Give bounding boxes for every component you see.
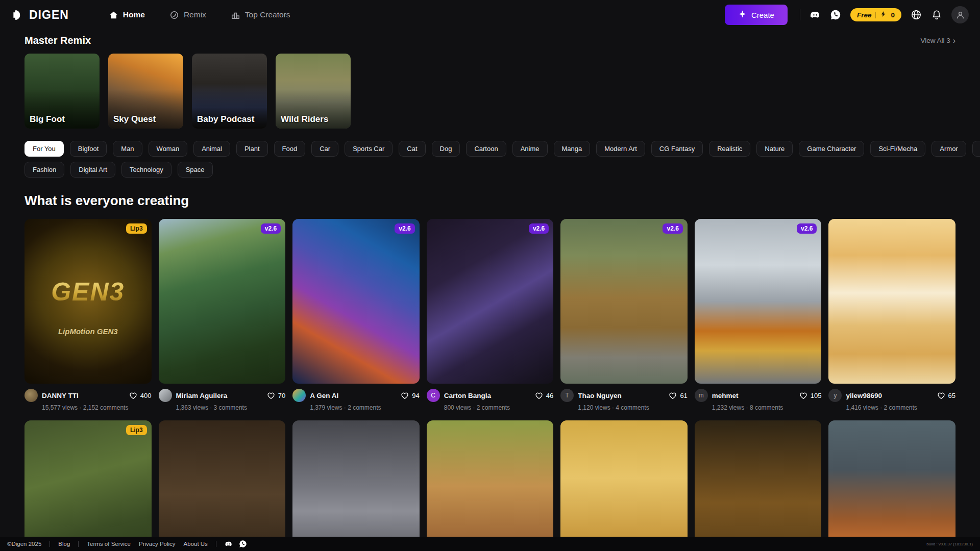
like-button[interactable]: 70 (266, 391, 285, 400)
feed-card-thumbnail[interactable] (560, 420, 688, 551)
filter-chip[interactable]: Bigfoot (70, 141, 107, 157)
view-all-button[interactable]: View All 3 › (920, 37, 955, 45)
feed-card: Lip3 (24, 420, 152, 551)
like-count: 94 (412, 392, 419, 399)
filter-chip[interactable]: Space (178, 162, 213, 178)
creator-avatar[interactable] (292, 389, 306, 402)
filter-chip[interactable]: Realistic (709, 141, 750, 157)
feed-card-thumbnail[interactable]: v2.6 (159, 219, 286, 384)
like-button[interactable]: 105 (799, 391, 822, 400)
filter-chip[interactable]: Technology (121, 162, 172, 178)
nav-item-remix[interactable]: Remix (169, 10, 206, 20)
filter-chip[interactable]: Cat (399, 141, 425, 157)
filter-chip[interactable]: For You (24, 141, 64, 157)
footer-divider (78, 541, 79, 547)
creator-name[interactable]: Miriam Aguilera (176, 392, 262, 399)
filter-chip[interactable]: Anime (512, 141, 548, 157)
feed-card-thumbnail[interactable]: v2.6 (560, 219, 688, 384)
footer-link-blog[interactable]: Blog (58, 541, 70, 547)
plan-label: Free (857, 11, 872, 19)
filter-chip[interactable]: Sports Car (345, 141, 393, 157)
feed-card-thumbnail[interactable]: Lip3GEN3LipMotion GEN3 (24, 219, 152, 384)
user-avatar-button[interactable] (951, 6, 969, 23)
filter-chip[interactable]: Dog (432, 141, 460, 157)
plan-credits-badge[interactable]: Free 0 (850, 8, 901, 21)
feed-card-thumbnail[interactable] (695, 420, 822, 551)
card-meta: TThao Nguyen61 (560, 389, 688, 402)
digen-logo[interactable]: DIGEN (11, 8, 69, 22)
creator-name[interactable]: Carton Bangla (444, 392, 530, 399)
filter-chip[interactable]: Digital Art (70, 162, 115, 178)
filter-chip[interactable]: Nature (756, 141, 793, 157)
creator-avatar[interactable]: y (828, 389, 842, 402)
like-button[interactable]: 65 (937, 391, 955, 400)
notifications-button[interactable] (931, 9, 942, 20)
footer-whatsapp-button[interactable] (239, 540, 247, 548)
whatsapp-button[interactable] (830, 9, 841, 20)
filter-chip[interactable]: Plant (236, 141, 268, 157)
nav-item-home[interactable]: Home (109, 10, 145, 20)
create-button[interactable]: Create (725, 5, 788, 25)
feed-card-thumbnail[interactable]: v2.6 (292, 219, 420, 384)
master-remix-title: Master Remix (24, 35, 91, 46)
creator-avatar[interactable]: T (560, 389, 574, 402)
feed-card-thumbnail[interactable] (427, 420, 554, 551)
header-divider (800, 9, 800, 20)
filter-chip[interactable]: Armor (932, 141, 966, 157)
feed-card-thumbnail[interactable]: v2.6 (695, 219, 822, 384)
feed-card-thumbnail[interactable]: v2.6 (427, 219, 554, 384)
master-remix-card[interactable]: Big Foot (24, 54, 100, 129)
filter-chip[interactable]: CG Fantasy (651, 141, 703, 157)
model-version-badge: v2.6 (663, 223, 682, 234)
master-remix-card-title: Big Foot (30, 114, 65, 124)
language-button[interactable] (911, 9, 922, 20)
creator-name[interactable]: DANNY TTI (42, 392, 125, 399)
feed-card-thumbnail[interactable] (828, 420, 955, 551)
filter-chip[interactable]: Car (311, 141, 338, 157)
feed-card-thumbnail[interactable] (159, 420, 286, 551)
like-count: 105 (811, 392, 822, 399)
creator-avatar[interactable] (24, 389, 38, 402)
filter-chip[interactable]: Sci-Fi/Mecha (870, 141, 925, 157)
feed-card-thumbnail[interactable] (828, 219, 955, 384)
filter-chip[interactable]: Manga (554, 141, 591, 157)
like-button[interactable]: 61 (668, 391, 687, 400)
creator-avatar[interactable]: m (695, 389, 708, 402)
heart-icon (799, 391, 808, 400)
footer-link-privacy[interactable]: Privacy Policy (139, 541, 176, 547)
filter-chip[interactable]: Fashion (24, 162, 64, 178)
filter-chip[interactable]: Animal (193, 141, 230, 157)
filter-chip[interactable]: Fantasy (972, 141, 980, 157)
like-button[interactable]: 46 (534, 391, 553, 400)
chevron-right-icon: › (953, 37, 955, 45)
creator-avatar[interactable] (159, 389, 172, 402)
footer-bar: ©Digen 2025 Blog Terms of Service Privac… (0, 537, 980, 551)
creator-avatar[interactable]: C (427, 389, 440, 402)
footer-discord-button[interactable] (225, 540, 233, 548)
filter-chip[interactable]: Game Character (799, 141, 864, 157)
like-button[interactable]: 94 (400, 391, 419, 400)
master-remix-card[interactable]: Wild Riders (276, 54, 351, 129)
footer-link-terms[interactable]: Terms of Service (87, 541, 131, 547)
like-button[interactable]: 400 (129, 391, 152, 400)
footer-divider (216, 541, 216, 547)
nav-item-top-creators[interactable]: Top Creators (231, 10, 290, 20)
master-remix-card[interactable]: Sky Quest (108, 54, 183, 129)
master-remix-card[interactable]: Baby Podcast (192, 54, 267, 129)
discord-button[interactable] (810, 9, 821, 20)
filter-chip[interactable]: Man (113, 141, 142, 157)
creator-name[interactable]: A Gen AI (310, 392, 396, 399)
creator-name[interactable]: yilew98690 (846, 392, 932, 399)
footer-link-about[interactable]: About Us (184, 541, 208, 547)
thumbnail-overlay-text: GEN3LipMotion GEN3 (24, 219, 152, 384)
logo-text: DIGEN (29, 8, 69, 22)
feed-card-thumbnail[interactable]: Lip3 (24, 420, 152, 551)
feed-card-thumbnail[interactable] (292, 420, 420, 551)
filter-chip[interactable]: Cartoon (466, 141, 506, 157)
filter-chip[interactable]: Food (274, 141, 306, 157)
filter-chip[interactable]: Woman (149, 141, 188, 157)
feed-card (427, 420, 554, 551)
filter-chip[interactable]: Modern Art (596, 141, 645, 157)
creator-name[interactable]: Thao Nguyen (578, 392, 664, 399)
creator-name[interactable]: mehmet (712, 392, 795, 399)
